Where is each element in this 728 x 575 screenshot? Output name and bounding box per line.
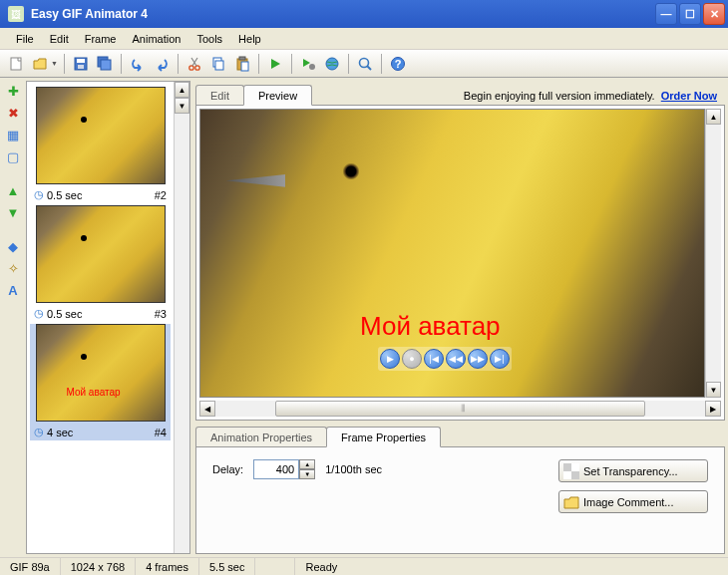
set-transparency-button[interactable]: Set Transparency...: [558, 459, 708, 482]
svg-rect-22: [563, 471, 571, 479]
open-file-icon[interactable]: [29, 53, 51, 75]
preview-tabs: Edit Preview Begin enjoying full version…: [195, 81, 725, 105]
scroll-left-icon[interactable]: ◀: [199, 401, 215, 417]
promo-text: Begin enjoying full version immediately.…: [464, 90, 725, 105]
menu-animation[interactable]: Animation: [124, 30, 188, 48]
wand-icon[interactable]: ✧: [4, 259, 22, 277]
svg-point-14: [326, 58, 338, 70]
status-size: 1024 x 768: [61, 558, 136, 575]
menu-frame[interactable]: Frame: [77, 30, 125, 48]
frames-list[interactable]: ◷ 0.5 sec #2 ◷ 0.5 sec #3 ◷ 4 sec #4: [27, 82, 174, 553]
add-frame-icon[interactable]: ✚: [4, 82, 22, 100]
zoom-icon[interactable]: [354, 53, 376, 75]
globe-icon[interactable]: [321, 53, 343, 75]
copy-icon[interactable]: [207, 53, 229, 75]
frame-delay: 0.5 sec: [47, 189, 155, 201]
spin-down-icon[interactable]: ▼: [299, 469, 315, 479]
spin-up-icon[interactable]: ▲: [299, 459, 315, 469]
scroll-down-icon[interactable]: ▼: [706, 382, 721, 398]
frame-properties-panel: Delay: ▲ ▼ 1/100th sec Set Transparency.…: [195, 446, 725, 554]
frames-scrollbar[interactable]: ▲ ▼: [174, 82, 189, 553]
play-icon[interactable]: [264, 53, 286, 75]
help-icon[interactable]: ?: [387, 53, 409, 75]
menu-help[interactable]: Help: [230, 30, 269, 48]
frames-panel: ◷ 0.5 sec #2 ◷ 0.5 sec #3 ◷ 4 sec #4: [26, 81, 190, 554]
svg-rect-0: [11, 58, 21, 70]
tab-preview[interactable]: Preview: [243, 85, 312, 106]
app-icon: 🖼: [8, 6, 24, 22]
app-title: Easy GIF Animator 4: [29, 7, 653, 21]
status-frames: 4 frames: [136, 558, 199, 575]
next-frame-button[interactable]: ▶▶: [468, 349, 488, 369]
frame-item[interactable]: ◷ 0.5 sec #2: [30, 87, 171, 203]
effects-icon[interactable]: ◆: [4, 237, 22, 255]
frame-number: #2: [155, 189, 167, 201]
order-now-link[interactable]: Order Now: [661, 90, 717, 102]
statusbar: GIF 89a 1024 x 768 4 frames 5.5 sec Read…: [0, 557, 728, 575]
stop-button[interactable]: ●: [402, 349, 422, 369]
cut-icon[interactable]: [183, 53, 205, 75]
select-frames-icon[interactable]: ▦: [4, 126, 22, 144]
svg-rect-19: [563, 463, 571, 471]
svg-rect-11: [239, 57, 245, 60]
delay-input[interactable]: [253, 459, 299, 479]
menu-tools[interactable]: Tools: [188, 30, 230, 48]
delay-spinner[interactable]: ▲ ▼: [253, 459, 315, 479]
svg-text:?: ?: [395, 58, 402, 70]
save-all-icon[interactable]: [94, 53, 116, 75]
play-settings-icon[interactable]: [297, 53, 319, 75]
first-frame-button[interactable]: |◀: [424, 349, 444, 369]
svg-point-7: [195, 65, 199, 69]
svg-rect-5: [101, 60, 111, 70]
image-comment-button[interactable]: Image Comment...: [558, 490, 708, 513]
new-file-icon[interactable]: [5, 53, 27, 75]
tab-frame-properties[interactable]: Frame Properties: [326, 427, 441, 447]
preview-vertical-scrollbar[interactable]: ▲ ▼: [705, 109, 721, 398]
paste-icon[interactable]: [231, 53, 253, 75]
minimize-button[interactable]: —: [655, 3, 677, 25]
maximize-button[interactable]: ☐: [679, 3, 701, 25]
main-area: ✚ ✖ ▦ ▢ ▲ ▼ ◆ ✧ A ◷ 0.5 sec #2 ◷: [0, 78, 728, 557]
frame-number: #3: [155, 308, 167, 320]
undo-icon[interactable]: [127, 53, 149, 75]
scroll-right-icon[interactable]: ▶: [705, 401, 721, 417]
frame-tools-panel: ✚ ✖ ▦ ▢ ▲ ▼ ◆ ✧ A: [0, 78, 26, 557]
last-frame-button[interactable]: ▶|: [490, 349, 510, 369]
svg-rect-21: [571, 463, 579, 471]
transparency-icon: [563, 463, 579, 479]
menu-file[interactable]: File: [8, 30, 42, 48]
frame-item[interactable]: ◷ 0.5 sec #3: [30, 205, 171, 322]
text-tool-icon[interactable]: A: [4, 281, 22, 299]
frame-thumbnail: [36, 324, 166, 422]
move-up-icon[interactable]: ▲: [4, 181, 22, 199]
svg-point-13: [309, 64, 315, 70]
menu-edit[interactable]: Edit: [42, 30, 77, 48]
svg-rect-9: [215, 61, 223, 70]
tab-edit[interactable]: Edit: [195, 85, 244, 105]
prev-frame-button[interactable]: ◀◀: [446, 349, 466, 369]
frame-thumbnail: [36, 87, 166, 184]
scroll-up-icon[interactable]: ▲: [175, 82, 189, 98]
delete-frame-icon[interactable]: ✖: [4, 104, 22, 122]
scroll-thumb[interactable]: [275, 401, 645, 417]
close-button[interactable]: ✕: [703, 3, 725, 25]
save-icon[interactable]: [70, 53, 92, 75]
clock-icon: ◷: [34, 188, 44, 201]
scroll-up-icon[interactable]: ▲: [706, 109, 721, 125]
scroll-down-icon[interactable]: ▼: [175, 98, 189, 114]
play-button[interactable]: ▶: [380, 349, 400, 369]
menubar: File Edit Frame Animation Tools Help: [0, 28, 728, 50]
status-format: GIF 89a: [0, 558, 61, 575]
redo-icon[interactable]: [151, 53, 173, 75]
preview-horizontal-scrollbar[interactable]: ◀ ▶: [199, 401, 721, 417]
frame-item[interactable]: ◷ 4 sec #4: [30, 324, 171, 440]
move-down-icon[interactable]: ▼: [4, 203, 22, 221]
open-dropdown-icon[interactable]: ▼: [51, 60, 59, 67]
svg-rect-3: [78, 65, 84, 69]
status-empty: [255, 558, 295, 575]
tab-animation-properties[interactable]: Animation Properties: [195, 427, 327, 446]
clock-icon: ◷: [34, 307, 44, 320]
properties-tabs: Animation Properties Frame Properties: [195, 425, 725, 446]
deselect-frames-icon[interactable]: ▢: [4, 147, 22, 165]
properties-section: Animation Properties Frame Properties De…: [195, 425, 725, 554]
